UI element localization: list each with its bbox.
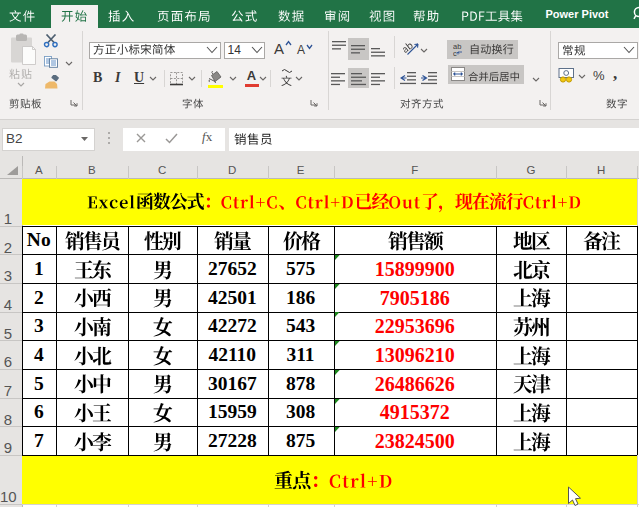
svg-text:c: c bbox=[453, 49, 457, 57]
